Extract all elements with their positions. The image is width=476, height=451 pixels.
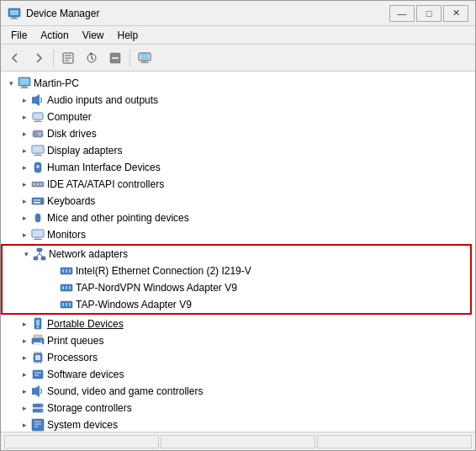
svg-rect-52 xyxy=(41,257,45,260)
sound-label: Sound, video and game controllers xyxy=(47,385,203,397)
svg-rect-41 xyxy=(36,199,38,201)
keyboards-label: Keyboards xyxy=(47,195,95,207)
svg-rect-30 xyxy=(35,153,40,155)
toolbar xyxy=(1,45,475,72)
svg-rect-59 xyxy=(69,269,71,273)
intel-eth-label: Intel(R) Ethernet Connection (2) I219-V xyxy=(76,265,251,277)
tree-node-hid[interactable]: Human Interface Devices xyxy=(1,159,475,176)
svg-rect-37 xyxy=(37,183,39,185)
properties-button[interactable] xyxy=(57,47,79,69)
tap-nordvpn-expander xyxy=(46,281,60,294)
back-button[interactable] xyxy=(4,47,26,69)
tree-node-tap-nordvpn[interactable]: TAP-NordVPN Windows Adapter V9 xyxy=(3,279,470,296)
menu-action[interactable]: Action xyxy=(34,28,75,43)
display-expander[interactable] xyxy=(18,144,31,157)
monitors-expander[interactable] xyxy=(18,228,31,241)
network-icon xyxy=(33,247,46,261)
tree-node-intel-eth[interactable]: Intel(R) Ethernet Connection (2) I219-V xyxy=(3,263,470,279)
monitors-label: Monitors xyxy=(47,229,86,241)
update-driver-button[interactable] xyxy=(81,47,103,69)
svg-rect-67 xyxy=(69,303,71,306)
sound-expander[interactable] xyxy=(18,385,31,398)
toolbar-separator-2 xyxy=(130,50,130,66)
svg-rect-40 xyxy=(34,199,35,201)
processors-expander[interactable] xyxy=(18,351,31,364)
tree-node-keyboards[interactable]: Keyboards xyxy=(1,193,475,210)
svg-line-54 xyxy=(36,254,40,257)
audio-expander[interactable] xyxy=(18,93,31,107)
storage-expander[interactable] xyxy=(18,401,31,415)
mice-expander[interactable] xyxy=(18,211,31,225)
system-expander[interactable] xyxy=(18,418,31,432)
device-tree[interactable]: Martin-PC Audio inputs and outputs xyxy=(1,72,475,432)
minimize-button[interactable]: — xyxy=(389,5,415,22)
processor-icon xyxy=(31,351,45,364)
svg-rect-31 xyxy=(34,155,42,156)
device-manager-window: Device Manager — □ ✕ File Action View He… xyxy=(0,0,476,451)
portable-expander[interactable] xyxy=(18,317,31,331)
tree-node-disk[interactable]: Disk drives xyxy=(1,125,475,142)
print-expander[interactable] xyxy=(18,334,31,348)
close-button[interactable]: ✕ xyxy=(443,5,468,22)
toolbar-separator-1 xyxy=(53,50,54,66)
software-expander[interactable] xyxy=(18,368,31,381)
computer-device-icon xyxy=(31,110,45,124)
svg-rect-50 xyxy=(37,248,42,252)
disk-icon xyxy=(31,127,45,141)
computer-expander[interactable] xyxy=(18,110,31,124)
audio-label: Audio inputs and outputs xyxy=(47,94,158,106)
tree-node-print[interactable]: Print queues xyxy=(1,332,475,349)
svg-rect-17 xyxy=(22,86,27,88)
tree-node-computer[interactable]: Computer xyxy=(1,109,475,125)
tree-node-system[interactable]: System devices xyxy=(1,417,475,432)
svg-point-91 xyxy=(40,405,42,406)
tree-node-storage[interactable]: Storage controllers xyxy=(1,400,475,417)
tree-node-monitors[interactable]: Monitors xyxy=(1,226,475,243)
svg-point-92 xyxy=(40,410,42,411)
display-icon xyxy=(31,144,45,157)
menu-file[interactable]: File xyxy=(4,28,34,43)
svg-marker-20 xyxy=(35,94,40,106)
screen-button[interactable] xyxy=(134,47,156,69)
network-expander[interactable] xyxy=(19,247,33,261)
ethernet-icon xyxy=(60,264,73,278)
tree-node-ide[interactable]: IDE ATA/ATAPI controllers xyxy=(1,176,475,193)
tree-node-tap-windows[interactable]: TAP-Windows Adapter V9 xyxy=(3,296,470,313)
disk-expander[interactable] xyxy=(18,127,31,141)
root-expander[interactable] xyxy=(4,77,18,90)
ide-label: IDE ATA/ATAPI controllers xyxy=(47,178,164,190)
svg-rect-48 xyxy=(35,237,40,239)
menu-help[interactable]: Help xyxy=(111,28,145,43)
svg-rect-29 xyxy=(33,146,43,152)
tree-node-sound[interactable]: Sound, video and game controllers xyxy=(1,383,475,400)
hid-expander[interactable] xyxy=(18,161,31,174)
tree-node-network[interactable]: Network adapters xyxy=(3,246,470,263)
svg-rect-75 xyxy=(40,340,42,342)
sound-icon xyxy=(31,385,45,398)
svg-rect-3 xyxy=(10,19,19,19)
status-panel-3 xyxy=(317,435,472,448)
tree-node-mice[interactable]: Mice and other pointing devices xyxy=(1,210,475,226)
svg-rect-39 xyxy=(32,198,44,204)
ide-icon xyxy=(31,178,45,191)
mouse-icon xyxy=(31,211,45,225)
ide-expander[interactable] xyxy=(18,178,31,191)
tree-node-display[interactable]: Display adapters xyxy=(1,142,475,159)
forward-button[interactable] xyxy=(28,47,50,69)
tree-node-processors[interactable]: Processors xyxy=(1,349,475,366)
svg-rect-42 xyxy=(39,199,40,201)
disable-button[interactable] xyxy=(104,47,126,69)
tree-node-audio[interactable]: Audio inputs and outputs xyxy=(1,92,475,109)
software-label: Software devices xyxy=(47,369,124,380)
maximize-button[interactable]: □ xyxy=(416,5,442,22)
tree-node-portable[interactable]: Portable Devices xyxy=(1,316,475,332)
tree-node-software[interactable]: Software devices xyxy=(1,366,475,383)
svg-rect-2 xyxy=(12,17,17,19)
svg-rect-65 xyxy=(62,303,64,306)
system-icon xyxy=(31,418,45,432)
disk-label: Disk drives xyxy=(47,128,97,140)
menu-view[interactable]: View xyxy=(76,28,111,43)
tree-node-root[interactable]: Martin-PC xyxy=(1,75,475,92)
keyboards-expander[interactable] xyxy=(18,194,31,208)
network-highlight-box: Network adapters Intel(R) Ethernet Conne… xyxy=(1,244,472,315)
